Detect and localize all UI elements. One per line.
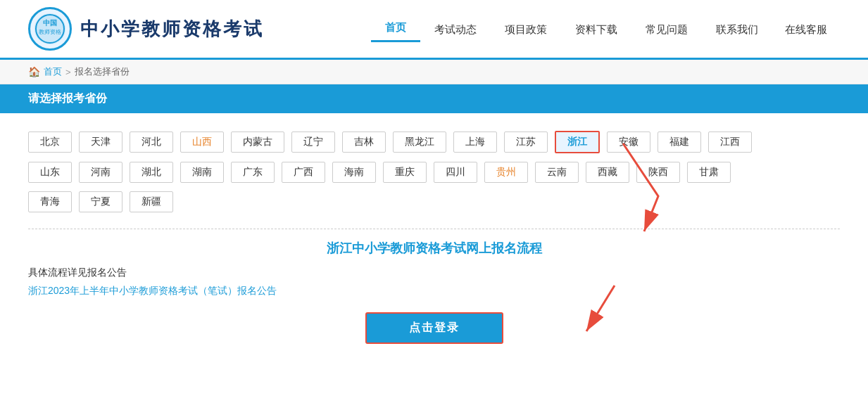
- province-row-2: 山东 河南 湖北 湖南 广东 广西 海南 重庆 四川 贵州 云南 西藏 陕西 甘…: [28, 162, 840, 183]
- province-hebei[interactable]: 河北: [130, 132, 173, 153]
- nav-service[interactable]: 在线客服: [772, 18, 840, 42]
- site-title: 中小学教师资格考试: [80, 17, 264, 41]
- flow-section: 浙江中小学教师资格考试网上报名流程 具体流程详见报名公告 浙江2023年上半年中…: [0, 240, 868, 358]
- province-guangdong[interactable]: 广东: [231, 162, 275, 183]
- province-xizang[interactable]: 西藏: [586, 162, 629, 183]
- province-guangxi[interactable]: 广西: [282, 162, 325, 183]
- province-jilin[interactable]: 吉林: [342, 132, 386, 153]
- province-ningxia[interactable]: 宁夏: [79, 191, 122, 212]
- svg-text:教师资格: 教师资格: [39, 29, 61, 35]
- nav-faq[interactable]: 常见问题: [631, 18, 702, 42]
- nav-policy[interactable]: 项目政策: [491, 18, 561, 42]
- login-button[interactable]: 点击登录: [365, 312, 503, 344]
- login-btn-area: 点击登录: [28, 312, 840, 344]
- nav-download[interactable]: 资料下载: [561, 18, 631, 42]
- province-zhejiang[interactable]: 浙江: [555, 131, 600, 153]
- province-shanghai[interactable]: 上海: [453, 132, 497, 153]
- province-hunan[interactable]: 湖南: [180, 162, 224, 183]
- province-shandong[interactable]: 山东: [28, 162, 72, 183]
- province-liaoning[interactable]: 辽宁: [291, 132, 335, 153]
- province-guizhou[interactable]: 贵州: [484, 162, 528, 183]
- province-heilongjiang[interactable]: 黑龙江: [393, 132, 446, 153]
- flow-announcement-link[interactable]: 浙江2023年上半年中小学教师资格考试（笔试）报名公告: [28, 285, 277, 297]
- province-neimenggu[interactable]: 内蒙古: [231, 132, 284, 153]
- province-henan[interactable]: 河南: [79, 162, 122, 183]
- svg-text:中国: 中国: [43, 19, 57, 27]
- province-sichuan[interactable]: 四川: [434, 162, 477, 183]
- breadcrumb-sep: >: [65, 67, 71, 77]
- province-xinjiang[interactable]: 新疆: [130, 191, 173, 212]
- province-shanxi[interactable]: 山西: [180, 132, 224, 153]
- province-row-3: 青海 宁夏 新疆: [28, 191, 840, 212]
- province-section: 北京 天津 河北 山西 内蒙古 辽宁 吉林 黑龙江 上海 江苏 浙江 安徽 福建…: [0, 120, 868, 222]
- flow-title: 浙江中小学教师资格考试网上报名流程: [28, 240, 840, 257]
- logo-area: 中国 教师资格 中小学教师资格考试: [28, 7, 264, 51]
- province-shaanxi[interactable]: 陕西: [636, 162, 680, 183]
- province-beijing[interactable]: 北京: [28, 132, 72, 153]
- nav-contact[interactable]: 联系我们: [702, 18, 772, 42]
- header: 中国 教师资格 中小学教师资格考试 首页 考试动态 项目政策 资料下载 常见问题…: [0, 0, 868, 60]
- breadcrumb: 🏠 首页 > 报名选择省份: [0, 60, 868, 84]
- section-header: 请选择报考省份: [0, 84, 868, 113]
- nav-home[interactable]: 首页: [371, 15, 420, 42]
- province-chongqing[interactable]: 重庆: [383, 162, 427, 183]
- province-row-1: 北京 天津 河北 山西 内蒙古 辽宁 吉林 黑龙江 上海 江苏 浙江 安徽 福建…: [28, 131, 840, 153]
- flow-subtitle: 具体流程详见报名公告: [28, 267, 840, 279]
- province-gansu[interactable]: 甘肃: [687, 162, 731, 183]
- province-yunnan[interactable]: 云南: [535, 162, 579, 183]
- logo-circle: 中国 教师资格: [28, 7, 72, 51]
- province-hainan[interactable]: 海南: [332, 162, 376, 183]
- section-divider: [28, 229, 840, 229]
- province-tianjin[interactable]: 天津: [79, 132, 122, 153]
- province-anhui[interactable]: 安徽: [607, 132, 650, 153]
- breadcrumb-home[interactable]: 首页: [44, 65, 62, 78]
- logo-icon: 中国 教师资格: [32, 11, 68, 46]
- province-jiangsu[interactable]: 江苏: [504, 132, 548, 153]
- province-fujian[interactable]: 福建: [658, 132, 701, 153]
- nav-exam-news[interactable]: 考试动态: [420, 18, 491, 42]
- nav-menu: 首页 考试动态 项目政策 资料下载 常见问题 联系我们 在线客服: [371, 15, 840, 42]
- province-hubei[interactable]: 湖北: [130, 162, 173, 183]
- province-jiangxi[interactable]: 江西: [708, 132, 752, 153]
- province-qinghai[interactable]: 青海: [28, 191, 72, 212]
- home-icon: 🏠: [28, 66, 40, 77]
- breadcrumb-current: 报名选择省份: [75, 65, 130, 78]
